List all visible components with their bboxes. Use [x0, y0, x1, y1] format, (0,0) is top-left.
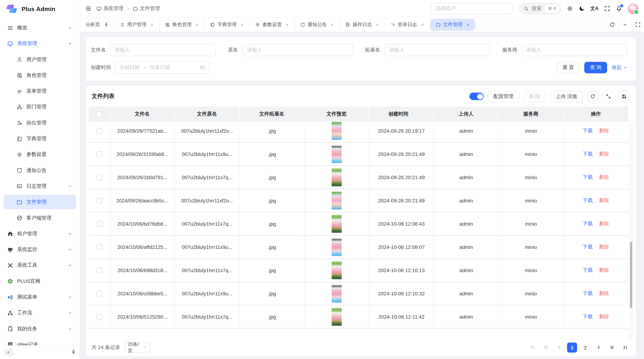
delete-link[interactable]: 删除 [599, 197, 609, 204]
tab-参数设置[interactable]: 参数设置 [250, 17, 295, 32]
delete-link[interactable]: 删除 [599, 151, 609, 157]
sidebar-item-日志管理[interactable]: DEV 日志管理 [4, 179, 76, 193]
sidebar-item-字典管理[interactable]: 字典管理 [4, 132, 76, 146]
config-manage-button[interactable]: 配置管理 [488, 91, 519, 102]
close-icon[interactable] [375, 23, 379, 27]
delete-button[interactable]: 删 除 [523, 91, 546, 102]
close-icon[interactable] [195, 23, 199, 27]
sidebar-item-gitee记录[interactable]: gitee记录 [4, 338, 76, 346]
download-link[interactable]: 下载 [583, 151, 593, 157]
column-header-创建时间[interactable]: 创建时间 [369, 107, 434, 122]
refresh-tab-icon[interactable] [605, 17, 618, 32]
sidebar-item-工作流[interactable]: 工作流 [4, 306, 76, 320]
column-header-上传人[interactable]: 上传人 [434, 107, 499, 122]
file-preview-image[interactable] [332, 145, 342, 163]
row-checkbox[interactable] [96, 244, 102, 250]
download-link[interactable]: 下载 [583, 267, 593, 274]
file-preview-image[interactable] [332, 308, 342, 326]
file-preview-image[interactable] [332, 261, 342, 279]
tab-登录日志[interactable]: 登录日志 [385, 17, 430, 32]
row-checkbox[interactable] [96, 174, 102, 180]
text-input[interactable]: 请输入 [522, 44, 627, 56]
breadcrumb-item-system[interactable]: 系统管理 [96, 5, 124, 12]
date-range-input[interactable]: 开始日期 结束日期 [115, 61, 209, 74]
sidebar-item-系统管理[interactable]: 系统管理 [4, 37, 76, 51]
tab-角色管理[interactable]: 角色管理 [160, 17, 204, 32]
delete-link[interactable]: 删除 [599, 221, 609, 227]
sidebar-item-参数设置[interactable]: 参数设置 [4, 147, 76, 162]
tab-用户管理[interactable]: 用户管理 [114, 17, 160, 32]
delete-link[interactable]: 删除 [599, 174, 609, 181]
reset-button[interactable]: 重 置 [557, 62, 580, 73]
collapse-filter-link[interactable]: 收起 [612, 64, 627, 71]
row-checkbox[interactable] [96, 314, 102, 320]
column-header-操作[interactable]: 操作 [564, 107, 628, 122]
tab-分析页[interactable]: 分析页 [80, 17, 114, 32]
breadcrumb-item-files[interactable]: 文件管理 [133, 5, 160, 12]
column-header-checkbox[interactable] [89, 107, 110, 122]
sidebar-toggle-button[interactable] [85, 5, 92, 12]
pg-dnext[interactable] [607, 342, 617, 353]
page-2[interactable]: 2 [580, 342, 590, 353]
close-icon[interactable] [240, 23, 244, 27]
row-checkbox[interactable] [96, 268, 102, 273]
column-header-文件拓展名[interactable]: 文件拓展名 [240, 107, 304, 122]
upload-button[interactable]: 上传 没做 [550, 91, 583, 102]
sidebar-item-概览[interactable]: 概览 [4, 21, 76, 35]
page-1[interactable]: 1 [567, 342, 577, 353]
sidebar-item-岗位管理[interactable]: 岗位管理 [4, 116, 76, 130]
delete-link[interactable]: 删除 [599, 128, 609, 134]
sidebar-item-PLUS官网[interactable]: PLUS官网 [4, 274, 76, 289]
content-fullscreen-icon[interactable] [631, 17, 644, 32]
translate-icon[interactable]: 文A [590, 5, 599, 12]
pg-next[interactable] [594, 342, 604, 353]
pin-icon[interactable] [71, 349, 76, 355]
tab-操作日志[interactable]: 操作日志 [340, 17, 385, 32]
file-preview-image[interactable] [332, 122, 342, 140]
close-icon[interactable] [150, 23, 154, 27]
row-checkbox[interactable] [96, 221, 102, 227]
fullscreen-icon[interactable] [604, 5, 610, 12]
sidebar-item-我的任务[interactable]: 我的任务 [4, 322, 76, 336]
text-input[interactable]: 请输入 [242, 44, 353, 56]
notifications-bell-icon[interactable] [616, 5, 622, 12]
dark-mode-icon[interactable] [578, 5, 585, 12]
column-header-文件原名[interactable]: 文件原名 [175, 107, 240, 122]
file-preview-image[interactable] [332, 285, 342, 303]
chevron-down-icon[interactable] [618, 17, 631, 32]
global-search[interactable]: 搜索 ⌘ K [519, 2, 561, 15]
file-preview-image[interactable] [332, 238, 342, 256]
sidebar-item-通知公告[interactable]: 通知公告 [4, 163, 76, 178]
file-preview-image[interactable] [332, 168, 342, 186]
select-all-checkbox[interactable] [96, 111, 102, 117]
close-icon[interactable] [330, 23, 334, 27]
column-header-文件预览[interactable]: 文件预览 [304, 107, 369, 122]
tenant-select[interactable]: 选择租户 [431, 3, 514, 14]
close-icon[interactable] [285, 23, 289, 27]
tab-文件管理[interactable]: 文件管理 [430, 18, 475, 31]
row-checkbox[interactable] [96, 198, 102, 203]
table-fullscreen-icon[interactable] [602, 90, 614, 102]
row-checkbox[interactable] [96, 151, 102, 157]
download-link[interactable]: 下载 [583, 221, 593, 227]
sidebar-item-客户端管理[interactable]: 客户端管理 [4, 211, 76, 225]
column-header-服务商[interactable]: 服务商 [499, 107, 564, 122]
download-link[interactable]: 下载 [583, 244, 593, 250]
download-link[interactable]: 下载 [583, 314, 593, 320]
delete-link[interactable]: 删除 [599, 244, 609, 250]
sidebar-item-系统工具[interactable]: 系统工具 [4, 258, 76, 273]
download-link[interactable]: 下载 [583, 174, 593, 181]
close-icon[interactable] [466, 23, 470, 27]
sidebar-item-用户管理[interactable]: 用户管理 [4, 52, 76, 67]
close-icon[interactable] [420, 23, 424, 27]
sidebar-item-菜单管理[interactable]: 菜单管理 [4, 84, 76, 98]
sidebar-item-租户管理[interactable]: 租户管理 [4, 227, 76, 241]
settings-icon[interactable] [567, 5, 573, 12]
query-button[interactable]: 查 询 [584, 62, 607, 73]
toggle-switch[interactable] [470, 93, 484, 100]
sidebar-item-角色管理[interactable]: 角色管理 [4, 68, 76, 83]
download-link[interactable]: 下载 [583, 290, 593, 297]
tab-通知公告[interactable]: 通知公告 [295, 17, 340, 32]
sort-icon[interactable] [410, 112, 414, 116]
file-preview-image[interactable] [332, 192, 342, 210]
